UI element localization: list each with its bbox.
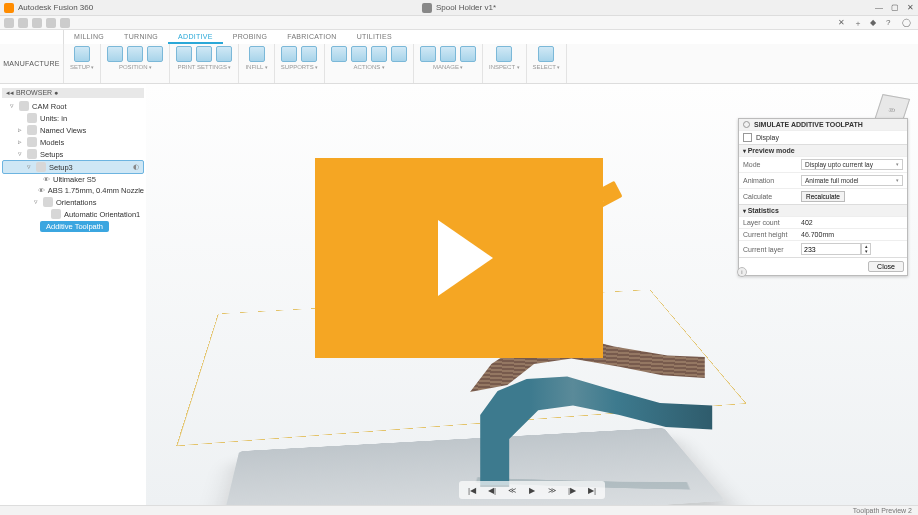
ribbon-icon[interactable] bbox=[331, 46, 347, 62]
grid-icon[interactable] bbox=[4, 18, 14, 28]
ribbon-icon[interactable] bbox=[496, 46, 512, 62]
ribbon-icon[interactable] bbox=[74, 46, 90, 62]
browser-header[interactable]: ◂◂ BROWSER ● bbox=[2, 88, 144, 98]
node-units[interactable]: Units: in bbox=[2, 112, 144, 124]
checkbox-icon[interactable] bbox=[743, 133, 752, 142]
panel-close-button[interactable]: Close bbox=[868, 261, 904, 272]
ribbon-group-label[interactable]: SELECT bbox=[533, 64, 561, 70]
ribbon-icon[interactable] bbox=[391, 46, 407, 62]
animation-dropdown[interactable]: Animate full model bbox=[801, 175, 903, 186]
ribbon-group-label[interactable]: INFILL bbox=[245, 64, 267, 70]
window-titlebar: Autodesk Fusion 360 Spool Holder v1* — ▢… bbox=[0, 0, 918, 16]
display-checkbox-row[interactable]: Display bbox=[739, 130, 907, 144]
ribbon-group-label[interactable]: MANAGE bbox=[433, 64, 463, 70]
node-models[interactable]: ▹Models bbox=[2, 136, 144, 148]
current-layer-input[interactable] bbox=[801, 243, 861, 255]
tab-probing[interactable]: PROBING bbox=[223, 31, 277, 44]
node-named-views[interactable]: ▹Named Views bbox=[2, 124, 144, 136]
setups-icon bbox=[27, 149, 37, 159]
user-icon[interactable]: ◯ bbox=[902, 18, 912, 28]
tab-utilities[interactable]: UTILITIES bbox=[347, 31, 402, 44]
quick-access-toolbar: ✕ ＋ ◆ ? ◯ bbox=[0, 16, 918, 30]
workspace-switcher[interactable]: MANUFACTURE bbox=[0, 44, 64, 83]
new-tab-button[interactable]: ✕ bbox=[838, 18, 848, 28]
ribbon-icon[interactable] bbox=[196, 46, 212, 62]
ribbon-icon[interactable] bbox=[107, 46, 123, 62]
fast-forward-button[interactable]: ≫ bbox=[545, 483, 559, 497]
ribbon-group-label[interactable]: SETUP bbox=[70, 64, 94, 70]
ribbon-icon[interactable] bbox=[420, 46, 436, 62]
node-orientations[interactable]: ▿Orientations bbox=[2, 196, 144, 208]
ribbon-icon[interactable] bbox=[176, 46, 192, 62]
spinner-up-icon[interactable]: ▴▾ bbox=[861, 243, 871, 255]
folder-icon bbox=[27, 137, 37, 147]
plus-tab-button[interactable]: ＋ bbox=[854, 18, 864, 28]
workspace-label: MANUFACTURE bbox=[3, 60, 60, 67]
ribbon-icon[interactable] bbox=[460, 46, 476, 62]
document-icon bbox=[422, 3, 432, 13]
ribbon-icon[interactable] bbox=[281, 46, 297, 62]
node-additive-toolpath[interactable]: Additive Toolpath bbox=[40, 221, 109, 232]
help-icon[interactable]: ? bbox=[886, 18, 896, 28]
ribbon-group-label[interactable]: PRINT SETTINGS bbox=[177, 64, 231, 70]
node-setups[interactable]: ▿Setups bbox=[2, 148, 144, 160]
ribbon-icon[interactable] bbox=[351, 46, 367, 62]
node-print-setting[interactable]: 👁ABS 1.75mm, 0.4mm Nozzle bbox=[2, 185, 144, 196]
node-cam-root[interactable]: ▿CAM Root bbox=[2, 100, 144, 112]
save-icon[interactable] bbox=[32, 18, 42, 28]
current-height-row: Current height46.700mm bbox=[739, 228, 907, 240]
ribbon-icon[interactable] bbox=[147, 46, 163, 62]
orientation-icon bbox=[51, 209, 61, 219]
window-controls: — ▢ ✕ bbox=[875, 3, 914, 12]
ribbon-group-position: POSITION bbox=[101, 44, 170, 83]
close-button[interactable]: ✕ bbox=[907, 3, 914, 12]
ribbon-group-print-settings: PRINT SETTINGS bbox=[170, 44, 239, 83]
file-icon[interactable] bbox=[18, 18, 28, 28]
tab-fabrication[interactable]: FABRICATION bbox=[277, 31, 346, 44]
maximize-button[interactable]: ▢ bbox=[891, 3, 899, 12]
tab-milling[interactable]: MILLING bbox=[64, 31, 114, 44]
minimize-button[interactable]: — bbox=[875, 3, 883, 12]
units-icon bbox=[27, 113, 37, 123]
node-machine[interactable]: 👁Ultimaker S5 bbox=[2, 174, 144, 185]
mode-dropdown[interactable]: Display upto current lay bbox=[801, 159, 903, 170]
timeline-playback: |◀ ◀| ≪ ▶ ≫ |▶ ▶| bbox=[459, 481, 605, 499]
tab-additive[interactable]: ADDITIVE bbox=[168, 31, 223, 44]
to-start-button[interactable]: |◀ bbox=[465, 483, 479, 497]
preview-section-header[interactable]: Preview mode bbox=[739, 144, 907, 156]
video-play-overlay[interactable] bbox=[315, 158, 603, 358]
statistics-section-header[interactable]: Statistics bbox=[739, 204, 907, 216]
ribbon-group-label[interactable]: INSPECT bbox=[489, 64, 519, 70]
layer-count-row: Layer count402 bbox=[739, 216, 907, 228]
node-setup-active[interactable]: ▿Setup3◐ bbox=[2, 160, 144, 174]
ribbon-icon[interactable] bbox=[301, 46, 317, 62]
redo-icon[interactable] bbox=[60, 18, 70, 28]
node-auto-orientation[interactable]: Automatic Orientation1 bbox=[2, 208, 144, 220]
ribbon-icon[interactable] bbox=[538, 46, 554, 62]
ribbon-group-label[interactable]: POSITION bbox=[119, 64, 152, 70]
ribbon-group-label[interactable]: SUPPORTS bbox=[281, 64, 318, 70]
ribbon-icon[interactable] bbox=[371, 46, 387, 62]
tab-turning[interactable]: TURNING bbox=[114, 31, 168, 44]
ribbon-icon[interactable] bbox=[440, 46, 456, 62]
app-title: Autodesk Fusion 360 bbox=[18, 3, 93, 12]
ribbon-icon[interactable] bbox=[127, 46, 143, 62]
panel-bullet-icon bbox=[743, 121, 750, 128]
extensions-icon[interactable]: ◆ bbox=[870, 18, 880, 28]
ribbon-icon[interactable] bbox=[216, 46, 232, 62]
step-fwd-once-button[interactable]: |▶ bbox=[565, 483, 579, 497]
recalculate-button[interactable]: Recalculate bbox=[801, 191, 845, 202]
play-button[interactable]: ▶ bbox=[525, 483, 539, 497]
ribbon-icon[interactable] bbox=[249, 46, 265, 62]
rewind-button[interactable]: ≪ bbox=[505, 483, 519, 497]
ribbon-group-label[interactable]: ACTIONS bbox=[354, 64, 385, 70]
undo-icon[interactable] bbox=[46, 18, 56, 28]
info-icon[interactable]: i bbox=[737, 267, 747, 277]
to-end-button[interactable]: ▶| bbox=[585, 483, 599, 497]
step-back-once-button[interactable]: ◀| bbox=[485, 483, 499, 497]
document-title-group: Spool Holder v1* bbox=[422, 3, 496, 13]
current-layer-row: Current layer ▴▾ bbox=[739, 240, 907, 257]
browser-panel: ◂◂ BROWSER ● ▿CAM Root Units: in ▹Named … bbox=[0, 84, 146, 505]
panel-title: SIMULATE ADDITIVE TOOLPATH bbox=[739, 119, 907, 130]
app-icon bbox=[4, 3, 14, 13]
